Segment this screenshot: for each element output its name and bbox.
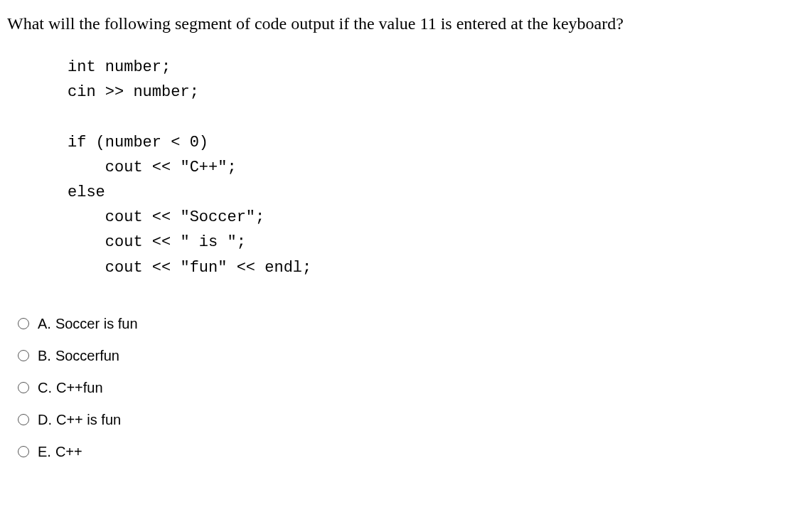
option-c[interactable]: C. C++fun — [18, 380, 805, 396]
code-line-6: else — [68, 183, 105, 201]
option-letter: C. — [38, 380, 52, 396]
code-line-1: int number; — [68, 58, 171, 76]
option-text: C++ is fun — [56, 412, 121, 428]
option-letter: E. — [38, 444, 51, 460]
option-letter: D. — [38, 412, 52, 428]
option-b[interactable]: B. Soccerfun — [18, 348, 805, 364]
code-line-5: cout << "C++"; — [68, 159, 237, 176]
option-e[interactable]: E. C++ — [18, 444, 805, 460]
code-line-7: cout << "Soccer"; — [68, 208, 265, 226]
option-text: C++fun — [56, 380, 103, 396]
option-text: Soccerfun — [55, 348, 119, 364]
option-d[interactable]: D. C++ is fun — [18, 412, 805, 428]
code-line-2: cin >> number; — [68, 83, 199, 101]
code-line-4: if (number < 0) — [68, 134, 208, 151]
question-text: What will the following segment of code … — [7, 14, 805, 33]
option-text: C++ — [55, 444, 82, 460]
options-list: A. Soccer is fun B. Soccerfun C. C++fun … — [18, 316, 805, 460]
code-block: int number; cin >> number; if (number < … — [68, 55, 805, 280]
radio-icon[interactable] — [18, 382, 29, 393]
option-text: Soccer is fun — [55, 316, 138, 332]
radio-icon[interactable] — [18, 446, 29, 457]
code-line-9: cout << "fun" << endl; — [68, 259, 311, 277]
option-letter: A. — [38, 316, 51, 332]
option-letter: B. — [38, 348, 51, 364]
radio-icon[interactable] — [18, 350, 29, 361]
radio-icon[interactable] — [18, 414, 29, 425]
radio-icon[interactable] — [18, 318, 29, 329]
code-line-8: cout << " is "; — [68, 233, 246, 251]
option-a[interactable]: A. Soccer is fun — [18, 316, 805, 332]
